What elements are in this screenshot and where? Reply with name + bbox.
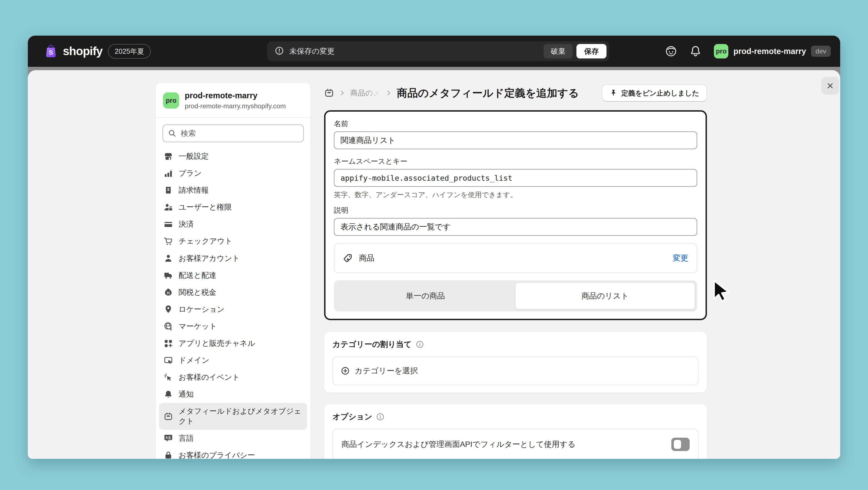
select-category-label: カテゴリーを選択 (355, 366, 418, 376)
definition-card: 名前 ネームスペースとキー 英字、数字、アンダースコア、ハイフンを使用できます。… (324, 110, 707, 320)
admin-filter-toggle[interactable] (671, 438, 690, 451)
description-input[interactable] (334, 218, 697, 236)
shopify-wordmark: shopify (63, 45, 102, 58)
settings-search[interactable] (162, 124, 304, 142)
sidebar-item-customer-events[interactable]: お客様のイベント (159, 369, 307, 386)
topbar-store-name: prod-remote-marry (733, 47, 806, 56)
sidebar-item-label: 通知 (179, 390, 194, 399)
topbar-right: pro prod-remote-marry dev (665, 44, 831, 58)
settings-modal: pro prod-remote-marry prod-remote-marry.… (28, 70, 840, 459)
store-avatar: pro (714, 44, 728, 58)
change-link[interactable]: 変更 (673, 253, 688, 263)
plus-circle-icon (341, 366, 350, 375)
name-field-group: 名前 (334, 119, 697, 149)
customer-icon (163, 254, 173, 263)
sidekick-icon[interactable] (665, 45, 677, 57)
chevron-right-icon (385, 89, 392, 96)
name-input[interactable] (334, 132, 697, 149)
store-avatar: pro (163, 92, 179, 109)
plan-icon (163, 169, 173, 178)
category-assignment-card: カテゴリーの割り当て カテゴリーを選択 (324, 332, 707, 393)
unsaved-changes-text: 未保存の変更 (289, 46, 335, 56)
metafields-icon (163, 412, 173, 421)
sidebar-item-checkout[interactable]: チェックアウト (159, 233, 307, 250)
segment-single-product[interactable]: 単一の商品 (336, 282, 515, 310)
search-input[interactable] (180, 129, 298, 138)
sidebar-item-notifications[interactable]: 通知 (159, 386, 307, 403)
sidebar-item-privacy[interactable]: お客様のプライバシー (159, 447, 307, 459)
sidebar-item-general[interactable]: 一般設定 (159, 148, 307, 165)
page-title: 商品のメタフィールド定義を追加する (397, 86, 579, 100)
sidebar-item-shipping[interactable]: 配送と配達 (159, 267, 307, 284)
chevron-right-icon (339, 89, 346, 96)
segment-product-list[interactable]: 商品のリスト (515, 282, 695, 310)
sidebar-item-metafields[interactable]: メタフィールドおよびメタオブジェクト (159, 403, 307, 430)
languages-icon: A文 (163, 433, 173, 443)
top-bar: S shopify 2025年夏 未保存の変更 破棄 保存 (28, 36, 840, 67)
svg-text:$: $ (170, 327, 172, 331)
svg-text:A文: A文 (165, 436, 172, 440)
sidebar-item-label: 配送と配達 (179, 270, 216, 280)
option-label: 商品インデックスおよび管理画面APIでフィルターとして使用する (341, 439, 576, 450)
sidebar-item-markets[interactable]: $ マーケット (159, 318, 307, 335)
sidebar-item-label: ロケーション (179, 305, 224, 314)
select-category-button[interactable]: カテゴリーを選択 (333, 356, 699, 385)
shopify-logo[interactable]: S shopify (44, 44, 102, 59)
page-header: 商品のメ 商品のメタフィールド定義を追加する 定義をピン止めしました (324, 84, 707, 102)
namespace-input[interactable] (334, 169, 697, 187)
value-type-segmented-control: 単一の商品 商品のリスト (334, 280, 697, 312)
sidebar-item-label: 決済 (179, 220, 194, 229)
settings-sidebar: pro prod-remote-marry prod-remote-marry.… (156, 83, 310, 459)
bell-icon (163, 390, 173, 399)
checkout-icon (163, 237, 173, 246)
sidebar-item-label: ユーザーと権限 (179, 202, 232, 212)
close-button[interactable] (821, 77, 839, 95)
sidebar-store-header[interactable]: pro prod-remote-marry prod-remote-marry.… (156, 83, 310, 117)
pin-button-label: 定義をピン止めしました (621, 89, 699, 98)
options-card: オプション 商品インデックスおよび管理画面APIでフィルターとして使用する St… (324, 404, 707, 459)
payments-icon (163, 220, 173, 229)
sidebar-store-name: prod-remote-marry (185, 91, 286, 100)
sidebar-item-languages[interactable]: A文 言語 (159, 430, 307, 447)
store-identity: prod-remote-marry prod-remote-marry.mysh… (185, 91, 286, 110)
sidebar-item-duties[interactable]: 関税と税金 (159, 284, 307, 301)
metafields-icon (324, 88, 334, 98)
sidebar-item-label: チェックアウト (179, 236, 232, 246)
sidebar-item-users[interactable]: ユーザーと権限 (159, 199, 307, 216)
notifications-bell-icon[interactable] (689, 45, 702, 57)
shopify-bag-icon: S (44, 44, 58, 59)
sidebar-item-label: アプリと販売チャネル (179, 339, 255, 348)
resource-type-row: 商品 変更 (334, 243, 697, 273)
sidebar-item-locations[interactable]: ロケーション (159, 301, 307, 318)
info-icon[interactable] (416, 340, 424, 349)
sidebar-item-label: マーケット (179, 322, 217, 331)
save-button[interactable]: 保存 (577, 44, 607, 58)
events-icon (163, 373, 173, 382)
sidebar-item-payments[interactable]: 決済 (159, 216, 307, 233)
description-field-group: 説明 (334, 205, 697, 236)
category-section-heading-row: カテゴリーの割り当て (333, 339, 699, 350)
markets-icon: $ (163, 322, 173, 331)
name-label: 名前 (334, 119, 697, 128)
resource-type-label: 商品 (359, 253, 374, 263)
sidebar-item-label: お客様のイベント (179, 373, 240, 382)
sidebar-item-domains[interactable]: ドメイン (159, 352, 307, 369)
sidebar-item-label: お客様のプライバシー (179, 451, 255, 459)
pin-definition-button[interactable]: 定義をピン止めしました (602, 84, 707, 102)
description-label: 説明 (334, 205, 697, 215)
shipping-icon (163, 270, 173, 280)
sidebar-item-plan[interactable]: プラン (159, 165, 307, 182)
sidebar-store-domain: prod-remote-marry.myshopify.com (185, 102, 286, 110)
sidebar-item-label: お客様アカウント (179, 254, 240, 263)
env-badge: dev (811, 46, 831, 57)
settings-nav: 一般設定 プラン $ 請求情報 ユーザーと権限 決済 チェックアウト お客様アカ… (156, 146, 310, 459)
store-menu[interactable]: pro prod-remote-marry dev (714, 44, 831, 58)
sidebar-item-apps[interactable]: アプリと販売チャネル (159, 335, 307, 352)
discard-button[interactable]: 破棄 (544, 44, 572, 58)
sidebar-item-billing[interactable]: $ 請求情報 (159, 182, 307, 199)
sidebar-item-customer-accounts[interactable]: お客様アカウント (159, 250, 307, 267)
breadcrumb-parent[interactable]: 商品のメ (350, 88, 380, 98)
product-tag-icon (343, 253, 353, 263)
info-icon[interactable] (376, 412, 384, 421)
sidebar-item-label: メタフィールドおよびメタオブジェクト (179, 406, 303, 426)
